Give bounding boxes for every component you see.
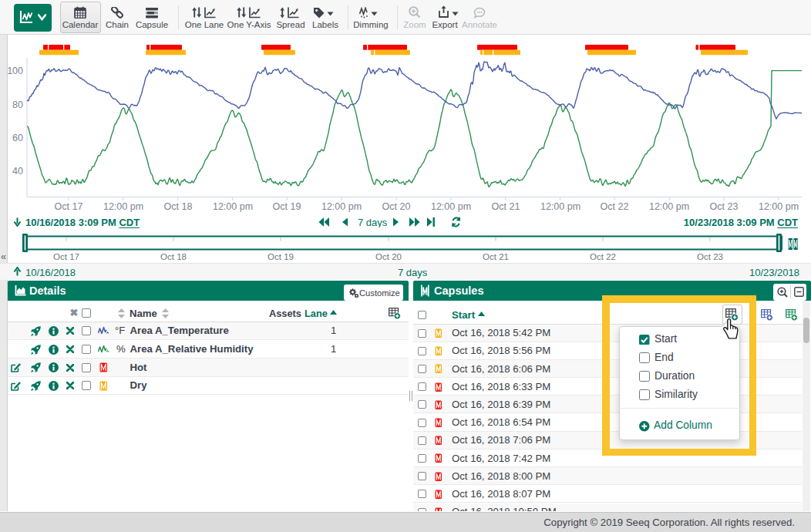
svg-text:100: 100 (7, 66, 23, 76)
svg-text:12:00 pm: 12:00 pm (321, 201, 362, 212)
svg-text:12:00 pm: 12:00 pm (213, 201, 253, 212)
svg-text:12:00 pm: 12:00 pm (431, 201, 471, 212)
svg-text:40: 40 (12, 166, 23, 177)
svg-text:Oct 18: Oct 18 (164, 201, 193, 212)
svg-text:Oct 17: Oct 17 (55, 201, 83, 212)
svg-text:Oct 23: Oct 23 (710, 201, 739, 212)
svg-text:7 days: 7 days (358, 217, 388, 227)
svg-text:Oct 19: Oct 19 (268, 252, 294, 261)
svg-text:Oct 17: Oct 17 (53, 252, 79, 261)
svg-text:Oct 19: Oct 19 (273, 201, 301, 212)
svg-text:Oct 22: Oct 22 (590, 252, 616, 261)
svg-text:Oct 21: Oct 21 (483, 252, 509, 261)
svg-text:Oct 23: Oct 23 (697, 252, 723, 261)
svg-text:60: 60 (12, 133, 23, 143)
svg-text:12:00 pm: 12:00 pm (103, 201, 143, 212)
svg-text:Oct 20: Oct 20 (375, 252, 402, 261)
svg-text:Oct 20: Oct 20 (382, 201, 411, 212)
svg-text:12:00 pm: 12:00 pm (540, 201, 580, 212)
svg-text:80: 80 (12, 99, 23, 110)
svg-text:12:00 pm: 12:00 pm (649, 201, 689, 212)
svg-text:12:00 pm: 12:00 pm (759, 201, 799, 212)
svg-text:Oct 22: Oct 22 (601, 201, 629, 212)
svg-text:Oct 21: Oct 21 (492, 201, 520, 212)
svg-text:Oct 18: Oct 18 (160, 252, 187, 261)
